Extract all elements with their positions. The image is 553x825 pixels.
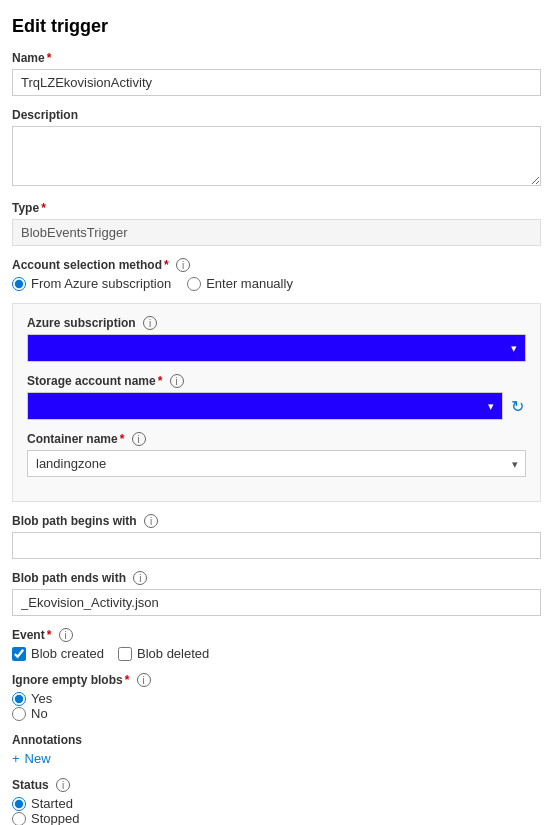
- account-selection-info-icon: i: [176, 258, 190, 272]
- started-radio[interactable]: [12, 797, 26, 811]
- from-azure-option[interactable]: From Azure subscription: [12, 276, 171, 291]
- annotations-label: Annotations: [12, 733, 541, 747]
- blob-path-begins-input[interactable]: [12, 532, 541, 559]
- status-info-icon: i: [56, 778, 70, 792]
- name-input[interactable]: [12, 69, 541, 96]
- storage-account-dropdown[interactable]: ▾: [27, 392, 503, 420]
- container-name-info-icon: i: [132, 432, 146, 446]
- enter-manually-radio[interactable]: [187, 277, 201, 291]
- ignore-empty-info-icon: i: [137, 673, 151, 687]
- from-azure-radio[interactable]: [12, 277, 26, 291]
- azure-section: Azure subscription i ▾ Storage account n…: [12, 303, 541, 502]
- azure-subscription-chevron-icon: ▾: [511, 342, 517, 355]
- stopped-radio[interactable]: [12, 812, 26, 826]
- account-selection-label: Account selection method* i: [12, 258, 541, 272]
- plus-icon: +: [12, 751, 20, 766]
- enter-manually-label: Enter manually: [206, 276, 293, 291]
- container-name-dropdown-wrapper: landingzone ▾: [27, 450, 526, 477]
- description-field-group: Description: [12, 108, 541, 189]
- new-annotation-button[interactable]: + New: [12, 751, 51, 766]
- type-field-group: Type* BlobEventsTrigger: [12, 201, 541, 246]
- account-selection-group: Account selection method* i From Azure s…: [12, 258, 541, 291]
- container-name-dropdown[interactable]: landingzone: [27, 450, 526, 477]
- event-info-icon: i: [59, 628, 73, 642]
- yes-radio[interactable]: [12, 692, 26, 706]
- azure-subscription-dropdown-wrapper: ▾: [27, 334, 526, 362]
- storage-account-group: Storage account name* i ▾ ↻: [27, 374, 526, 420]
- storage-account-refresh-button[interactable]: ↻: [509, 395, 526, 418]
- description-label: Description: [12, 108, 541, 122]
- stopped-option[interactable]: Stopped: [12, 811, 541, 825]
- blob-created-checkbox[interactable]: [12, 647, 26, 661]
- no-label: No: [31, 706, 48, 721]
- account-selection-radio-group: From Azure subscription Enter manually: [12, 276, 541, 291]
- container-name-group: Container name* i landingzone ▾: [27, 432, 526, 477]
- description-input[interactable]: [12, 126, 541, 186]
- azure-subscription-info-icon: i: [143, 316, 157, 330]
- ignore-empty-radio-group: Yes No: [12, 691, 541, 721]
- no-option[interactable]: No: [12, 706, 541, 721]
- storage-account-dropdown-refresh: ▾ ↻: [27, 392, 526, 420]
- storage-account-dropdown-wrapper: ▾: [27, 392, 503, 420]
- blob-path-ends-group: Blob path ends with i: [12, 571, 541, 616]
- event-label: Event* i: [12, 628, 541, 642]
- azure-subscription-group: Azure subscription i ▾: [27, 316, 526, 362]
- yes-label: Yes: [31, 691, 52, 706]
- page-title: Edit trigger: [12, 16, 541, 37]
- type-value: BlobEventsTrigger: [12, 219, 541, 246]
- name-field-group: Name*: [12, 51, 541, 96]
- storage-account-label: Storage account name* i: [27, 374, 526, 388]
- ignore-empty-group: Ignore empty blobs* i Yes No: [12, 673, 541, 721]
- blob-path-ends-input[interactable]: [12, 589, 541, 616]
- status-radio-group: Started Stopped: [12, 796, 541, 825]
- blob-path-begins-info-icon: i: [144, 514, 158, 528]
- storage-account-info-icon: i: [170, 374, 184, 388]
- yes-option[interactable]: Yes: [12, 691, 541, 706]
- blob-path-ends-label: Blob path ends with i: [12, 571, 541, 585]
- status-label: Status i: [12, 778, 541, 792]
- storage-account-chevron-icon: ▾: [488, 400, 494, 413]
- blob-deleted-option[interactable]: Blob deleted: [118, 646, 209, 661]
- new-annotation-label: New: [25, 751, 51, 766]
- blob-created-option[interactable]: Blob created: [12, 646, 104, 661]
- blob-path-ends-info-icon: i: [133, 571, 147, 585]
- azure-subscription-dropdown[interactable]: ▾: [27, 334, 526, 362]
- container-name-label: Container name* i: [27, 432, 526, 446]
- blob-deleted-checkbox[interactable]: [118, 647, 132, 661]
- no-radio[interactable]: [12, 707, 26, 721]
- event-group: Event* i Blob created Blob deleted: [12, 628, 541, 661]
- from-azure-label: From Azure subscription: [31, 276, 171, 291]
- blob-path-begins-label: Blob path begins with i: [12, 514, 541, 528]
- enter-manually-option[interactable]: Enter manually: [187, 276, 293, 291]
- name-label: Name*: [12, 51, 541, 65]
- started-label: Started: [31, 796, 73, 811]
- started-option[interactable]: Started: [12, 796, 541, 811]
- ignore-empty-label: Ignore empty blobs* i: [12, 673, 541, 687]
- blob-created-label: Blob created: [31, 646, 104, 661]
- status-section: Status i Started Stopped: [12, 778, 541, 825]
- blob-path-begins-group: Blob path begins with i: [12, 514, 541, 559]
- event-checkbox-group: Blob created Blob deleted: [12, 646, 541, 661]
- annotations-section: Annotations + New: [12, 733, 541, 766]
- blob-deleted-label: Blob deleted: [137, 646, 209, 661]
- type-label: Type*: [12, 201, 541, 215]
- azure-subscription-label: Azure subscription i: [27, 316, 526, 330]
- stopped-label: Stopped: [31, 811, 79, 825]
